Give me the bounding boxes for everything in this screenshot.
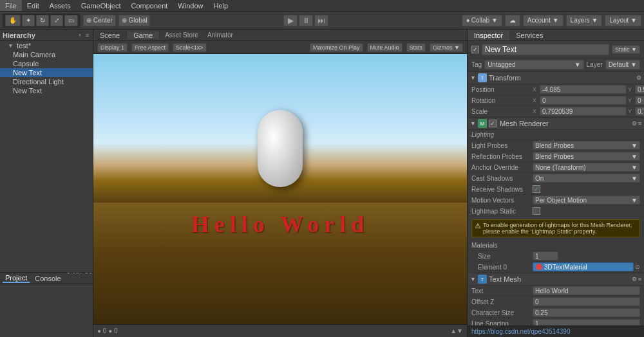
text-mesh-menu-icon[interactable]: ≡ [638,276,641,282]
line-spacing-input[interactable] [533,319,640,325]
console-clear-btn[interactable]: Clear [66,273,82,289]
materials-size-input[interactable] [533,251,558,260]
toolbar-layout-button[interactable]: Layout ▼ [605,15,641,26]
materials-row: Materials [468,240,644,251]
mute-audio-btn[interactable]: Mute Audio [367,43,402,52]
element0-row: Element 0 3DTextMaterial ⊙ [468,262,644,273]
gizmos-btn[interactable]: Gizmos ▼ [430,43,463,52]
menu-component[interactable]: Component [126,0,173,11]
lightmap-static-checkbox[interactable] [533,207,540,215]
hierarchy-item-dirlight[interactable]: Directional Light [0,77,93,86]
cast-shadows-dropdown[interactable]: On▼ [533,174,640,183]
hierarchy-item-test[interactable]: ▼ test* [0,41,93,50]
toolbar-scale-tool[interactable]: ⤢ [50,15,63,26]
reflection-probes-dropdown[interactable]: Blend Probes▼ [533,152,640,161]
offset-z-input[interactable] [533,297,640,306]
cast-shadows-row: Cast Shadows On▼ [468,173,644,184]
tab-game[interactable]: Game [127,32,160,39]
text-mesh-header[interactable]: ▼ T Text Mesh ⚙ ≡ [468,273,644,286]
toolbar-step-button[interactable]: ⏭ [314,15,328,26]
left-panel: Hierarchy + ≡ ▼ test* Main Camera Capsul… [0,30,93,337]
menu-gameobject[interactable]: GameObject [76,0,126,11]
rotation-x-input[interactable] [540,96,627,105]
text-row: Text [468,286,644,296]
hierarchy-item-newtext2[interactable]: New Text [0,86,93,95]
line-spacing-label: Line Spacing [471,320,533,326]
text-value-input[interactable] [533,286,640,295]
toolbar-global-dropdown[interactable]: ⊕ Global [118,15,151,26]
menu-edit[interactable]: Edit [22,0,44,11]
hierarchy-item-maincamera[interactable]: Main Camera [0,50,93,59]
mesh-renderer-checkbox[interactable]: ✓ [489,120,497,127]
hello-world-text: Hello World [191,211,369,238]
display-dropdown[interactable]: Display 1 [97,43,128,52]
console-collapse-btn[interactable]: Collapse [84,273,93,289]
menu-window[interactable]: Window [173,0,208,11]
scene-tab-group: Scene Game [93,32,160,39]
toolbar-rotate-tool[interactable]: ↻ [36,15,49,26]
menu-file[interactable]: File [0,0,22,11]
offset-z-label: Offset Z [471,298,533,305]
toolbar: ✋ ✦ ↻ ⤢ ▭ ⊕ Center ⊕ Global ▶ ⏸ ⏭ ♦ Coll… [0,12,644,30]
toolbar-center-dropdown[interactable]: ⊕ Center [83,15,116,26]
hierarchy-item-newtext[interactable]: New Text [0,68,93,77]
toolbar-collab-button[interactable]: ♦ Collab ▼ [462,15,502,26]
stats-btn[interactable]: Stats [406,43,426,52]
asset-store-tab[interactable]: Asset Store [165,32,198,39]
toolbar-play-button[interactable]: ▶ [283,15,298,26]
transform-component-header[interactable]: ▼ T Transform ⚙ [468,71,644,84]
maximize-on-play-btn[interactable]: Maximize On Play [310,43,363,52]
hierarchy-item-capsule[interactable]: Capsule [0,59,93,68]
scale-dropdown[interactable]: Scale < 1x > [173,43,207,52]
transform-settings-icon[interactable]: ⚙ [636,75,641,81]
motion-vectors-dropdown[interactable]: Per Object Motion▼ [533,196,640,205]
scale-x-input[interactable] [540,107,627,116]
tab-inspector[interactable]: Inspector [468,30,509,41]
object-name-field[interactable] [482,44,609,55]
rotation-y-input[interactable] [635,96,644,105]
element0-material-button[interactable]: 3DTextMaterial [533,262,634,271]
mesh-renderer-settings-icon[interactable]: ⚙ [632,120,637,127]
light-probes-dropdown[interactable]: Blend Probes▼ [533,141,640,150]
position-y-input[interactable] [635,85,644,94]
receive-shadows-label: Receive Shadows [471,186,533,193]
receive-shadows-checkbox[interactable]: ✓ [533,185,540,193]
toolbar-rect-tool[interactable]: ▭ [64,15,78,26]
transform-component-buttons: ⚙ [636,75,641,81]
tag-label: Tag [471,61,482,68]
toolbar-pause-button[interactable]: ⏸ [299,15,313,26]
expand-icon: ▼ [8,42,14,49]
aspect-dropdown[interactable]: Free Aspect [131,43,169,52]
element0-select-icon[interactable]: ⊙ [635,264,640,270]
text-mesh-settings-icon[interactable]: ⚙ [632,276,637,282]
reflection-probes-value: Blend Probes [535,153,574,160]
mesh-renderer-icon: M [478,119,487,128]
tab-scene[interactable]: Scene [93,32,127,39]
rotation-row: Rotation X Y Z [468,95,644,106]
toolbar-hand-tool[interactable]: ✋ [5,15,21,26]
scale-y-input[interactable] [635,107,644,116]
toolbar-layers-button[interactable]: Layers ▼ [566,15,603,26]
menu-assets[interactable]: Assets [44,0,76,11]
position-x-input[interactable] [540,85,627,94]
hierarchy-menu-btn[interactable]: ≡ [84,32,90,39]
light-probes-label: Light Probes [471,142,533,149]
rotation-xyz: X Y Z [533,96,644,105]
toolbar-account-button[interactable]: Account ▼ [523,15,564,26]
char-size-input[interactable] [533,308,640,317]
toolbar-cloud-button[interactable]: ☁ [505,15,520,26]
toolbar-move-tool[interactable]: ✦ [22,15,35,26]
tab-console[interactable]: Console [32,275,63,282]
mesh-renderer-menu-icon[interactable]: ≡ [638,120,641,127]
tab-services[interactable]: Services [509,30,549,41]
tab-project[interactable]: Project [3,274,30,283]
menu-help[interactable]: Help [208,0,233,11]
static-button[interactable]: Static ▼ [612,45,640,54]
animator-tab[interactable]: Animator [207,32,233,39]
hierarchy-add-btn[interactable]: + [77,32,82,39]
mesh-renderer-header[interactable]: ▼ M ✓ Mesh Renderer ⚙ ≡ [468,117,644,130]
tag-dropdown[interactable]: Untagged▼ [484,60,583,69]
layer-dropdown[interactable]: Default ▼ [605,60,640,69]
object-active-checkbox[interactable]: ✓ [471,46,479,53]
anchor-override-dropdown[interactable]: None (Transform)▼ [533,163,640,172]
